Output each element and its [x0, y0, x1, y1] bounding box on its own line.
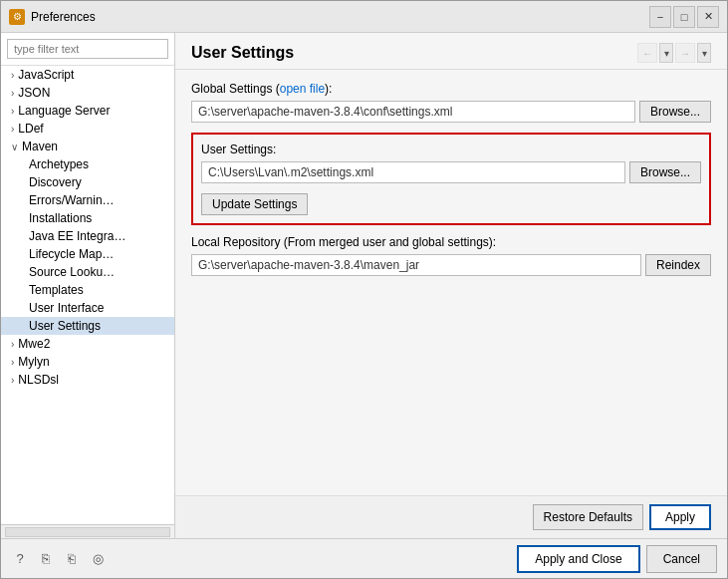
sidebar-item-installations[interactable]: Installations — [1, 209, 174, 227]
search-box — [1, 33, 174, 66]
sidebar-label: Discovery — [29, 175, 82, 189]
expand-arrow: › — [11, 357, 14, 368]
expand-arrow: › — [11, 124, 14, 135]
sidebar-item-errors-warnings[interactable]: Errors/Warnin… — [1, 191, 174, 209]
sidebar-label: JSON — [18, 86, 50, 100]
minimize-button[interactable]: − — [649, 6, 671, 28]
tree: › JavaScript › JSON › Language Server › … — [1, 66, 174, 524]
sidebar-item-discovery[interactable]: Discovery — [1, 173, 174, 191]
window-controls: − □ ✕ — [649, 6, 719, 28]
sidebar-item-templates[interactable]: Templates — [1, 281, 174, 299]
sidebar-label: User Settings — [29, 319, 101, 333]
sidebar-item-user-settings[interactable]: User Settings — [1, 317, 174, 335]
sidebar-label: Mwe2 — [18, 337, 50, 351]
update-settings-button[interactable]: Update Settings — [201, 193, 308, 215]
forward-button[interactable]: → — [675, 43, 695, 63]
help-icon[interactable]: ? — [11, 550, 29, 568]
expand-arrow: › — [11, 70, 14, 81]
expand-arrow: › — [11, 375, 14, 386]
sidebar-item-json[interactable]: › JSON — [1, 84, 174, 102]
sidebar-label: Installations — [29, 211, 92, 225]
user-settings-row: Browse... — [201, 161, 701, 183]
maximize-button[interactable]: □ — [673, 6, 695, 28]
scrollbar-track[interactable] — [5, 527, 170, 537]
user-settings-box: User Settings: Browse... Update Settings — [191, 133, 711, 225]
apply-and-close-button[interactable]: Apply and Close — [517, 545, 639, 573]
sidebar-label: Maven — [22, 140, 58, 153]
right-panel: User Settings ← ▾ → ▾ Global Settings (o… — [175, 33, 727, 538]
reindex-button[interactable]: Reindex — [645, 254, 711, 276]
back-button[interactable]: ← — [637, 43, 657, 63]
search-input[interactable] — [7, 39, 168, 59]
local-repo-label: Local Repository (From merged user and g… — [191, 235, 711, 249]
bottom-right-buttons: Apply and Close Cancel — [517, 545, 717, 573]
restore-defaults-button[interactable]: Restore Defaults — [533, 504, 643, 530]
open-file-link[interactable]: open file — [280, 82, 325, 96]
sidebar-label: Source Looku… — [29, 265, 115, 279]
back-dropdown-button[interactable]: ▾ — [659, 43, 673, 63]
sidebar-item-mylyn[interactable]: › Mylyn — [1, 353, 174, 371]
user-settings-input[interactable] — [201, 161, 625, 183]
global-settings-browse-button[interactable]: Browse... — [639, 101, 711, 123]
export-icon[interactable]: ⎘ — [37, 550, 55, 568]
expand-arrow: › — [11, 106, 14, 117]
sidebar-item-mwe2[interactable]: › Mwe2 — [1, 335, 174, 353]
global-settings-label: Global Settings (open file): — [191, 82, 711, 96]
sidebar-item-source-lookup[interactable]: Source Looku… — [1, 263, 174, 281]
global-settings-input[interactable] — [191, 101, 635, 123]
nav-buttons: ← ▾ → ▾ — [637, 43, 711, 63]
sidebar-item-javascript[interactable]: › JavaScript — [1, 66, 174, 84]
preferences-window: ⚙ Preferences − □ ✕ › JavaScript › JSON — [0, 0, 728, 579]
sidebar-label: Errors/Warnin… — [29, 193, 115, 207]
sidebar-item-java-ee[interactable]: Java EE Integra… — [1, 227, 174, 245]
sidebar: › JavaScript › JSON › Language Server › … — [1, 33, 175, 538]
sidebar-label: JavaScript — [18, 68, 74, 82]
sidebar-label: Lifecycle Map… — [29, 247, 114, 261]
main-content: › JavaScript › JSON › Language Server › … — [1, 33, 727, 538]
cancel-button[interactable]: Cancel — [646, 545, 717, 573]
settings-icon[interactable]: ◎ — [89, 550, 107, 568]
sidebar-item-maven[interactable]: ∨ Maven — [1, 138, 174, 155]
local-repo-input[interactable] — [191, 254, 641, 276]
sidebar-item-user-interface[interactable]: User Interface — [1, 299, 174, 317]
title-bar: ⚙ Preferences − □ ✕ — [1, 1, 727, 33]
sidebar-item-nlsdsl[interactable]: › NLSDsl — [1, 371, 174, 389]
sidebar-label: Templates — [29, 283, 84, 297]
expand-arrow: › — [11, 88, 14, 99]
local-repo-section: Local Repository (From merged user and g… — [191, 235, 711, 276]
window-title: Preferences — [31, 10, 649, 24]
bottom-icons: ? ⎘ ⎗ ◎ — [11, 550, 517, 568]
forward-dropdown-button[interactable]: ▾ — [697, 43, 711, 63]
sidebar-label: LDef — [18, 122, 43, 136]
global-settings-row: Browse... — [191, 101, 711, 123]
expand-arrow: › — [11, 339, 14, 350]
sidebar-item-lifecycle[interactable]: Lifecycle Map… — [1, 245, 174, 263]
user-settings-browse-button[interactable]: Browse... — [629, 161, 701, 183]
panel-title: User Settings — [191, 44, 294, 62]
panel-header: User Settings ← ▾ → ▾ — [175, 33, 727, 70]
user-settings-label: User Settings: — [201, 143, 701, 156]
horizontal-scrollbar[interactable] — [1, 524, 174, 538]
sidebar-label: Language Server — [18, 104, 110, 118]
sidebar-label: Archetypes — [29, 157, 89, 171]
sidebar-label: NLSDsl — [18, 373, 59, 387]
bottom-bar: ? ⎘ ⎗ ◎ Apply and Close Cancel — [1, 538, 727, 578]
sidebar-label: Java EE Integra… — [29, 229, 125, 243]
panel-footer: Restore Defaults Apply — [175, 495, 727, 538]
window-icon: ⚙ — [9, 9, 25, 25]
close-button[interactable]: ✕ — [697, 6, 719, 28]
expand-arrow: ∨ — [11, 142, 18, 152]
panel-body: Global Settings (open file): Browse... U… — [175, 70, 727, 495]
sidebar-item-ldef[interactable]: › LDef — [1, 120, 174, 138]
local-repo-row: Reindex — [191, 254, 711, 276]
sidebar-label: Mylyn — [18, 355, 49, 369]
apply-button[interactable]: Apply — [649, 504, 711, 530]
sidebar-item-archetypes[interactable]: Archetypes — [1, 155, 174, 173]
sidebar-item-language-server[interactable]: › Language Server — [1, 102, 174, 120]
import-icon[interactable]: ⎗ — [63, 550, 81, 568]
sidebar-label: User Interface — [29, 301, 104, 315]
